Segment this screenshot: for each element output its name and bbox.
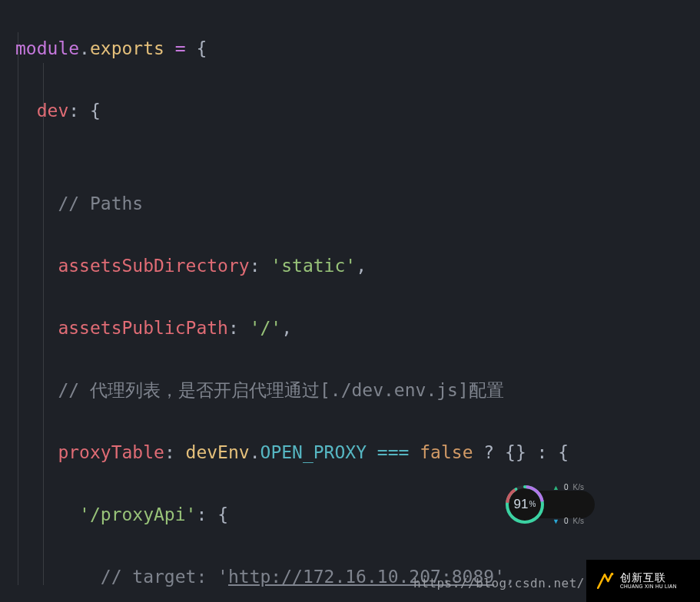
usage-percent: 91 xyxy=(514,489,529,521)
watermark-url: https://blog.csdn.net/ xyxy=(413,568,585,600)
code-editor[interactable]: module.exports = { dev: { // Paths asset… xyxy=(0,0,700,602)
brand-name-pinyin: CHUANG XIN HU LIAN xyxy=(620,584,677,590)
code-line-2: dev: { xyxy=(15,95,700,127)
download-speed: 0 xyxy=(564,506,569,538)
code-line-6: assetsPublicPath: '/', xyxy=(15,313,700,344)
upload-speed: 0 xyxy=(564,472,569,504)
code-line-1: module.exports = { xyxy=(15,33,700,64)
brand-badge: 创新互联 CHUANG XIN HU LIAN xyxy=(586,560,700,602)
usage-gauge: 91% xyxy=(503,483,546,526)
code-line-7: // 代理列表，是否开启代理通过[./dev.env.js]配置 xyxy=(15,375,700,406)
brand-name-cn: 创新互联 xyxy=(620,572,677,583)
percent-symbol: % xyxy=(529,489,536,521)
brand-logo-icon xyxy=(594,571,615,592)
code-line-4: // Paths xyxy=(15,188,700,220)
code-line-8: proxyTable: devEnv.OPEN_PROXY === false … xyxy=(15,437,700,468)
arrow-up-icon: ▲ xyxy=(552,472,559,504)
code-line-5: assetsSubDirectory: 'static', xyxy=(15,250,700,282)
performance-widget[interactable]: 91% ▲ 0K/s ▼ 0K/s xyxy=(503,483,595,526)
code-line-9: '/proxyApi': { xyxy=(15,499,700,531)
arrow-down-icon: ▼ xyxy=(552,506,559,538)
svg-point-5 xyxy=(611,572,614,575)
